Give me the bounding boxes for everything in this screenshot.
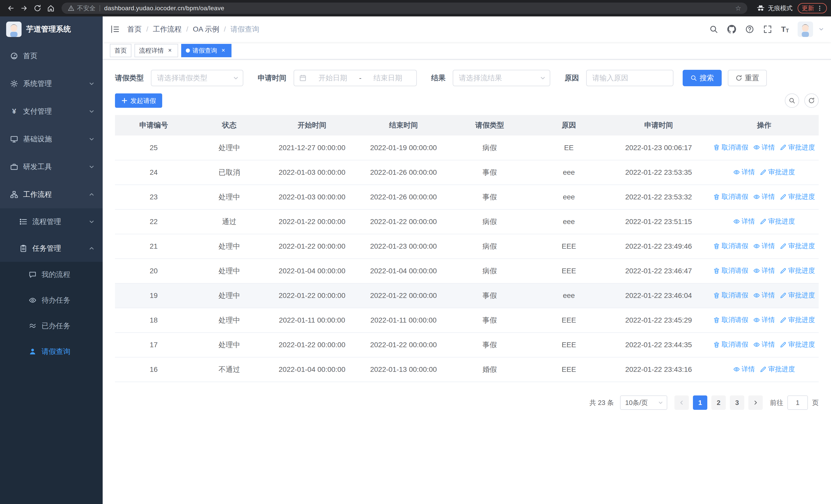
detail-link[interactable]: 详情 xyxy=(753,266,775,275)
create-leave-button[interactable]: 发起请假 xyxy=(115,93,162,108)
home-button[interactable] xyxy=(44,2,57,15)
cancel-leave-link[interactable]: 取消请假 xyxy=(713,291,748,300)
application-id-cell: 21 xyxy=(115,234,193,259)
help-icon[interactable] xyxy=(745,25,754,34)
forward-button[interactable] xyxy=(18,2,31,15)
sidebar-item-devtools[interactable]: 研发工具 xyxy=(0,153,103,181)
approval-progress-link[interactable]: 审批进度 xyxy=(760,365,795,374)
view-tab[interactable]: 首页 xyxy=(110,44,132,57)
page-button[interactable]: 2 xyxy=(711,395,726,410)
next-page-button[interactable] xyxy=(748,395,763,410)
sidebar-item-my-process[interactable]: 我的流程 xyxy=(0,262,103,288)
security-label[interactable]: 不安全 xyxy=(77,4,95,12)
address-bar[interactable]: 不安全 dashboard.yudao.iocoder.cn/bpm/oa/le… xyxy=(62,3,747,14)
detail-link[interactable]: 详情 xyxy=(753,316,775,324)
reason-input[interactable] xyxy=(586,70,674,86)
table-row: 17处理中2022-01-22 00:00:002022-01-22 00:00… xyxy=(115,333,819,357)
cancel-leave-link[interactable]: 取消请假 xyxy=(713,316,748,324)
approval-progress-link[interactable]: 审批进度 xyxy=(780,266,815,275)
sidebar-item-task-mgmt[interactable]: 任务管理 xyxy=(0,235,103,262)
view-tab[interactable]: 流程详情× xyxy=(135,44,178,57)
cancel-leave-link[interactable]: 取消请假 xyxy=(713,340,748,349)
cancel-leave-link[interactable]: 取消请假 xyxy=(713,266,748,275)
delete-icon xyxy=(713,341,720,348)
cancel-leave-link[interactable]: 取消请假 xyxy=(713,241,748,250)
sidebar-item-leave-query[interactable]: 请假查询 xyxy=(0,339,103,364)
search-button[interactable]: 搜索 xyxy=(683,70,722,86)
sidebar-item-done-tasks[interactable]: 已办任务 xyxy=(0,313,103,339)
github-icon[interactable] xyxy=(727,25,736,34)
tab-close-icon[interactable]: × xyxy=(220,47,227,54)
reason-cell: EE xyxy=(530,136,608,160)
breadcrumb-workflow[interactable]: 工作流程 xyxy=(153,24,182,34)
menu-dots-icon[interactable] xyxy=(816,5,823,11)
filter-bar: 请假类型 请选择请假类型 申请时间 开始日期 - 结束日期 xyxy=(115,70,819,86)
goto-page-input[interactable] xyxy=(787,395,808,410)
page-button[interactable]: 3 xyxy=(730,395,744,410)
page-size-select[interactable]: 10条/页 xyxy=(620,395,667,410)
reload-button[interactable] xyxy=(31,2,44,15)
breadcrumb-home[interactable]: 首页 xyxy=(127,24,142,34)
breadcrumb-oa-example[interactable]: OA 示例 xyxy=(193,24,220,34)
approval-progress-link[interactable]: 审批进度 xyxy=(780,241,815,250)
apply-time-range-picker[interactable]: 开始日期 - 结束日期 xyxy=(294,70,417,86)
update-button[interactable]: 更新 xyxy=(798,3,827,13)
apply-time-cell: 2022-01-22 23:44:35 xyxy=(607,333,710,357)
font-size-icon[interactable]: TT xyxy=(781,25,789,33)
refresh-table-button[interactable] xyxy=(804,93,819,108)
detail-link[interactable]: 详情 xyxy=(733,168,755,177)
url-text[interactable]: dashboard.yudao.iocoder.cn/bpm/oa/leave xyxy=(104,5,735,12)
app-title: 芋道管理系统 xyxy=(26,24,71,34)
result-select[interactable]: 请选择流结果 xyxy=(453,70,550,86)
back-button[interactable] xyxy=(4,2,18,15)
sidebar-item-payment[interactable]: ¥ 支付管理 xyxy=(0,97,103,125)
sidebar-item-infrastructure[interactable]: 基础设施 xyxy=(0,125,103,153)
detail-link[interactable]: 详情 xyxy=(753,340,775,349)
delete-icon xyxy=(713,267,720,274)
approval-progress-link[interactable]: 审批进度 xyxy=(780,192,815,201)
approval-progress-link[interactable]: 审批进度 xyxy=(780,291,815,300)
approval-progress-link[interactable]: 审批进度 xyxy=(760,217,795,226)
hamburger-icon[interactable] xyxy=(110,24,120,34)
tab-close-icon[interactable]: × xyxy=(166,47,173,54)
app-logo[interactable]: 芋道管理系统 xyxy=(0,17,103,42)
header-search-icon[interactable] xyxy=(709,25,718,34)
user-avatar[interactable] xyxy=(798,22,813,37)
sidebar-item-process-mgmt[interactable]: 流程管理 xyxy=(0,208,103,235)
cancel-leave-link[interactable]: 取消请假 xyxy=(713,192,748,201)
approval-progress-link[interactable]: 审批进度 xyxy=(780,340,815,349)
sidebar-item-home[interactable]: 首页 xyxy=(0,42,103,70)
eye-icon xyxy=(753,341,760,348)
incognito-badge: 无痕模式 xyxy=(756,4,793,12)
sidebar-item-workflow[interactable]: 工作流程 xyxy=(0,181,103,208)
reset-button[interactable]: 重置 xyxy=(728,70,767,86)
operations-cell: 详情审批进度 xyxy=(710,160,819,185)
edit-icon xyxy=(780,267,786,274)
sidebar-item-todo-tasks[interactable]: 待办任务 xyxy=(0,288,103,313)
leave-type-select[interactable]: 请选择请假类型 xyxy=(151,70,243,86)
detail-link[interactable]: 详情 xyxy=(733,365,755,374)
view-tab[interactable]: 请假查询× xyxy=(181,44,231,57)
sidebar-item-system[interactable]: 系统管理 xyxy=(0,70,103,97)
detail-link[interactable]: 详情 xyxy=(753,291,775,300)
detail-link[interactable]: 详情 xyxy=(733,217,755,226)
cancel-leave-link[interactable]: 取消请假 xyxy=(713,143,748,152)
detail-link[interactable]: 详情 xyxy=(753,192,775,201)
detail-link[interactable]: 详情 xyxy=(753,241,775,250)
fullscreen-icon[interactable] xyxy=(763,25,772,34)
page-button[interactable]: 1 xyxy=(693,395,707,410)
approval-progress-link[interactable]: 审批进度 xyxy=(760,168,795,177)
breadcrumb: 首页 / 工作流程 / OA 示例 / 请假查询 xyxy=(127,24,259,34)
leave-type-cell: 病假 xyxy=(449,259,530,283)
edit-icon xyxy=(760,366,767,373)
prev-page-button[interactable] xyxy=(675,395,689,410)
delete-icon xyxy=(713,194,720,200)
page-content: 请假类型 请选择请假类型 申请时间 开始日期 - 结束日期 xyxy=(103,60,831,504)
toggle-search-button[interactable] xyxy=(785,93,799,108)
status-cell: 处理中 xyxy=(193,185,266,209)
avatar-caret-icon[interactable] xyxy=(819,27,824,32)
bookmark-star-icon[interactable]: ☆ xyxy=(735,4,741,12)
detail-link[interactable]: 详情 xyxy=(753,143,775,152)
approval-progress-link[interactable]: 审批进度 xyxy=(780,143,815,152)
approval-progress-link[interactable]: 审批进度 xyxy=(780,316,815,324)
